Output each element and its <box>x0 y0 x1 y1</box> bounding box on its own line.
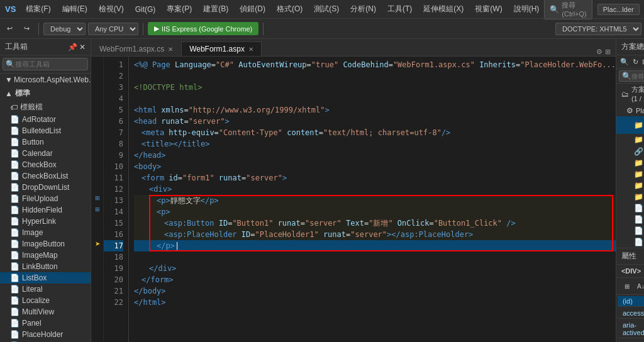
menu-file[interactable]: 檔案(F) <box>21 1 55 17</box>
margin-row-11 <box>91 170 103 181</box>
sol-search-box[interactable]: 🔍 <box>619 70 644 82</box>
toolbox-controls: 📌 ✕ <box>68 43 86 52</box>
margin-left: ⊞ ⊞ ➤ <box>91 57 104 342</box>
toolbox-item-7[interactable]: 📄DropDownList <box>0 182 91 193</box>
toolbox-item-19[interactable]: 📄Panel <box>0 317 91 329</box>
code-editor[interactable]: <%@ Page Language="C#" AutoEventWireup="… <box>129 57 616 342</box>
toolbox-item-20[interactable]: 📄PlaceHolder <box>0 329 91 340</box>
toolbox-item-8[interactable]: 📄FileUpload <box>0 193 91 204</box>
sol-about[interactable]: 📄 About.aspx <box>616 202 644 214</box>
sol-contact[interactable]: 📄 Contact.aspx <box>616 225 644 236</box>
props-row-ariadesc[interactable]: aria-activedesc <box>618 320 644 338</box>
tab-split-icon[interactable]: ⊞ <box>605 48 611 56</box>
props-categories-icon[interactable]: ⊞ <box>621 280 633 292</box>
toolbox-item-13[interactable]: 📄ImageMap <box>0 250 91 261</box>
toolbox-item-10[interactable]: 📄HyperLink <box>0 216 91 227</box>
props-row-id[interactable]: (id) <box>618 296 644 307</box>
toolbox-item-3[interactable]: 📄Button <box>0 136 91 148</box>
tab-settings-icon[interactable]: ⚙ <box>596 48 602 56</box>
toolbox-item-12[interactable]: 📄ImageButton <box>0 238 91 250</box>
toolbox-item-15[interactable]: 📄ListBox <box>0 272 91 284</box>
sol-default[interactable]: 📄 Default.aspx <box>616 236 644 248</box>
tab-aspx[interactable]: WebForm1.aspx ✕ <box>181 41 262 56</box>
menu-project[interactable]: 專案(P) <box>162 1 197 17</box>
props-row-ariaatomic[interactable]: aria-atomic False <box>618 339 644 342</box>
toolbox-item-4[interactable]: 📄Calendar <box>0 148 91 159</box>
debug-dropdown[interactable]: Debug <box>43 23 86 35</box>
toolbox-item-18[interactable]: 📄MultiView <box>0 306 91 317</box>
toolbox-title: 工具箱 <box>5 41 28 52</box>
sol-content[interactable]: 📁 Content <box>616 180 644 191</box>
item-icon: 📄 <box>10 240 19 248</box>
sol-project[interactable]: ⚙ PlaceHolder <box>616 105 644 116</box>
sol-app-start[interactable]: 📁 App_Start <box>616 168 644 180</box>
margin-row-15 <box>91 215 103 226</box>
code-line-17: </p>| <box>134 240 616 251</box>
menu-edit[interactable]: 編輯(E) <box>57 1 92 17</box>
sol-search-input[interactable] <box>631 73 644 80</box>
sol-search-icon[interactable]: 🔍 <box>619 57 630 67</box>
sol-solution-icon: 🗂 <box>621 90 629 99</box>
toolbox-item-1[interactable]: 📄AdRotator <box>0 114 91 125</box>
menu-bar: 檔案(F) 編輯(E) 檢視(V) Git(G) 專案(P) 建置(B) 偵錯(… <box>21 1 544 17</box>
doctype-dropdown[interactable]: DOCTYPE: XHTML5 <box>555 23 641 35</box>
props-alpha-icon[interactable]: A↓ <box>635 280 644 292</box>
sol-bundle[interactable]: 📄 Bundle.config <box>616 214 644 225</box>
sol-references[interactable]: 🔗 參考 <box>616 145 644 157</box>
item-icon: 📄 <box>10 126 19 135</box>
tab-bar: WebForm1.aspx.cs ✕ WebForm1.aspx ✕ ⚙ ⊞ <box>91 39 616 57</box>
global-search[interactable]: 🔍 搜尋 (Ctrl+Q) <box>544 0 592 19</box>
title-bar-left: VS 檔案(F) 編輯(E) 檢視(V) Git(G) 專案(P) 建置(B) … <box>5 1 544 17</box>
toolbox-item-17[interactable]: 📄Localize <box>0 295 91 306</box>
toolbox-item-11[interactable]: 📄Image <box>0 227 91 238</box>
toolbox-item-0[interactable]: 🏷標籤檔 <box>0 101 91 114</box>
sol-connected-services[interactable]: 📁 Connected Services <box>616 116 644 134</box>
sol-solution[interactable]: 🗂 方案 'PlaceHolder' (1 / 1 個專案) <box>616 84 644 105</box>
menu-test[interactable]: 測試(S) <box>309 1 344 17</box>
menu-build[interactable]: 建置(B) <box>198 1 233 17</box>
toolbox-search-box[interactable]: 🔍 <box>3 58 88 70</box>
menu-git[interactable]: Git(G) <box>130 3 161 16</box>
tab-aspx-close[interactable]: ✕ <box>248 46 253 53</box>
placeholder-button[interactable]: Plac...lder <box>597 4 640 15</box>
toolbox-group-standard[interactable]: ▲ 標準 <box>0 86 91 101</box>
platform-dropdown[interactable]: Any CPU <box>88 23 138 35</box>
toolbox-item-6[interactable]: 📄CheckBoxList <box>0 170 91 182</box>
toolbox-item-5[interactable]: 📄CheckBox <box>0 159 91 170</box>
sol-collapse-icon[interactable]: ⊟ <box>641 57 644 67</box>
menu-analyze[interactable]: 分析(N) <box>345 1 381 17</box>
menu-window[interactable]: 視窗(W) <box>470 1 507 17</box>
tab-cs[interactable]: WebForm1.aspx.cs ✕ <box>91 41 181 56</box>
menu-extensions[interactable]: 延伸模組(X) <box>418 1 469 17</box>
sol-refresh-icon[interactable]: ↻ <box>631 57 640 67</box>
code-line-5: <html xmlns="http://www.w3.org/1999/xhtm… <box>134 104 616 116</box>
toolbox-pin-icon[interactable]: 📌 <box>68 43 77 52</box>
menu-help[interactable]: 說明(H) <box>509 1 545 17</box>
toolbox-close-icon[interactable]: ✕ <box>79 43 86 52</box>
props-row-accesskey[interactable]: accesskey <box>618 308 644 319</box>
toolbox-search-input[interactable] <box>15 60 85 68</box>
code-line-2 <box>134 70 616 82</box>
toolbox-tree-root[interactable]: ▼ Microsoft.AspNet.Web... <box>0 74 91 86</box>
line-numbers: 12345 678910 1112131415 1617 1819202122 <box>104 57 129 342</box>
redo-button[interactable]: ↪ <box>19 22 34 35</box>
sol-ref-icon: 🔗 <box>634 147 643 156</box>
run-button[interactable]: ▶ IIS Express (Google Chrome) <box>148 22 258 35</box>
toolbar-sep-2 <box>143 23 143 35</box>
sol-app-data[interactable]: 📁 App_Data <box>616 157 644 168</box>
menu-tools[interactable]: 工具(T) <box>382 1 417 17</box>
undo-button[interactable]: ↩ <box>3 22 17 35</box>
menu-view[interactable]: 檢視(V) <box>94 1 129 17</box>
tab-cs-close[interactable]: ✕ <box>168 46 173 53</box>
toolbox-item-9[interactable]: 📄HiddenField <box>0 204 91 216</box>
toolbox-item-14[interactable]: 📄LinkButton <box>0 261 91 272</box>
margin-row-6 <box>91 113 103 124</box>
sol-properties[interactable]: 📁 Properties <box>616 134 644 145</box>
editor-area: WebForm1.aspx.cs ✕ WebForm1.aspx ✕ ⚙ ⊞ <box>91 39 616 342</box>
toolbox-item-16[interactable]: 📄Literal <box>0 284 91 295</box>
menu-debug[interactable]: 偵錯(D) <box>235 1 270 17</box>
sol-scripts[interactable]: 📁 Scripts <box>616 191 644 202</box>
right-sidebar: 方案總管 📌 ✕ 🔍 ↻ ⊟ 👁 ⚙ 🔍 <box>616 39 644 342</box>
menu-format[interactable]: 格式(O) <box>272 1 308 17</box>
toolbox-item-2[interactable]: 📄BulletedList <box>0 125 91 136</box>
